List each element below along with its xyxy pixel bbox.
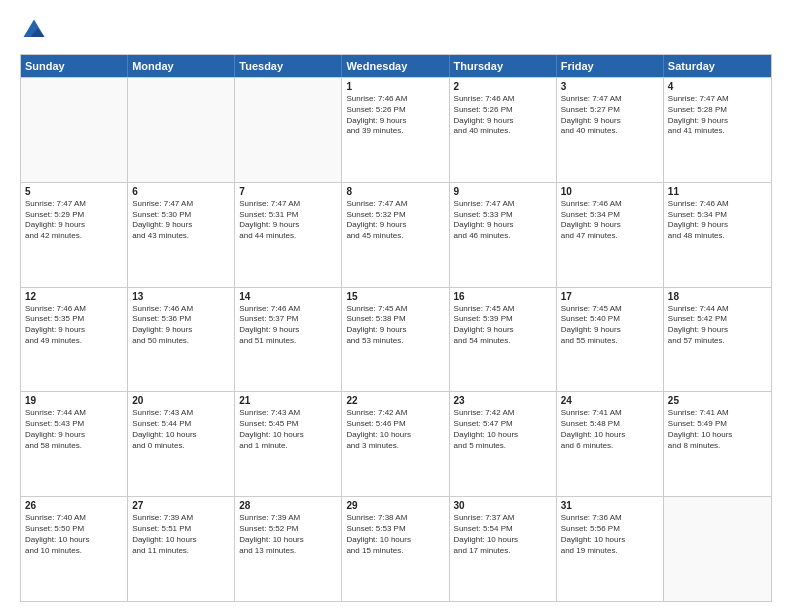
cell-info: Sunrise: 7:46 AM Sunset: 5:26 PM Dayligh…: [454, 94, 552, 137]
calendar-cell: 30Sunrise: 7:37 AM Sunset: 5:54 PM Dayli…: [450, 497, 557, 601]
calendar-cell: 24Sunrise: 7:41 AM Sunset: 5:48 PM Dayli…: [557, 392, 664, 496]
cell-info: Sunrise: 7:38 AM Sunset: 5:53 PM Dayligh…: [346, 513, 444, 556]
cell-day-number: 12: [25, 291, 123, 302]
cell-info: Sunrise: 7:44 AM Sunset: 5:42 PM Dayligh…: [668, 304, 767, 347]
cell-info: Sunrise: 7:45 AM Sunset: 5:39 PM Dayligh…: [454, 304, 552, 347]
logo-icon: [20, 16, 48, 44]
cell-info: Sunrise: 7:41 AM Sunset: 5:49 PM Dayligh…: [668, 408, 767, 451]
cell-info: Sunrise: 7:41 AM Sunset: 5:48 PM Dayligh…: [561, 408, 659, 451]
weekday-header: Monday: [128, 55, 235, 77]
calendar-cell: 29Sunrise: 7:38 AM Sunset: 5:53 PM Dayli…: [342, 497, 449, 601]
calendar-cell: 22Sunrise: 7:42 AM Sunset: 5:46 PM Dayli…: [342, 392, 449, 496]
cell-day-number: 11: [668, 186, 767, 197]
calendar-cell: [128, 78, 235, 182]
cell-day-number: 27: [132, 500, 230, 511]
calendar-row: 26Sunrise: 7:40 AM Sunset: 5:50 PM Dayli…: [21, 496, 771, 601]
calendar-row: 5Sunrise: 7:47 AM Sunset: 5:29 PM Daylig…: [21, 182, 771, 287]
calendar-body: 1Sunrise: 7:46 AM Sunset: 5:26 PM Daylig…: [21, 77, 771, 601]
calendar-cell: 11Sunrise: 7:46 AM Sunset: 5:34 PM Dayli…: [664, 183, 771, 287]
calendar-cell: 13Sunrise: 7:46 AM Sunset: 5:36 PM Dayli…: [128, 288, 235, 392]
cell-day-number: 24: [561, 395, 659, 406]
weekday-header: Friday: [557, 55, 664, 77]
calendar-cell: [21, 78, 128, 182]
cell-info: Sunrise: 7:47 AM Sunset: 5:27 PM Dayligh…: [561, 94, 659, 137]
calendar-cell: 31Sunrise: 7:36 AM Sunset: 5:56 PM Dayli…: [557, 497, 664, 601]
calendar-cell: 18Sunrise: 7:44 AM Sunset: 5:42 PM Dayli…: [664, 288, 771, 392]
calendar-cell: [664, 497, 771, 601]
cell-day-number: 3: [561, 81, 659, 92]
cell-info: Sunrise: 7:46 AM Sunset: 5:34 PM Dayligh…: [668, 199, 767, 242]
calendar-cell: 25Sunrise: 7:41 AM Sunset: 5:49 PM Dayli…: [664, 392, 771, 496]
weekday-header: Sunday: [21, 55, 128, 77]
calendar-cell: 6Sunrise: 7:47 AM Sunset: 5:30 PM Daylig…: [128, 183, 235, 287]
cell-day-number: 15: [346, 291, 444, 302]
cell-info: Sunrise: 7:44 AM Sunset: 5:43 PM Dayligh…: [25, 408, 123, 451]
calendar-cell: 5Sunrise: 7:47 AM Sunset: 5:29 PM Daylig…: [21, 183, 128, 287]
cell-day-number: 30: [454, 500, 552, 511]
cell-info: Sunrise: 7:47 AM Sunset: 5:31 PM Dayligh…: [239, 199, 337, 242]
cell-info: Sunrise: 7:39 AM Sunset: 5:52 PM Dayligh…: [239, 513, 337, 556]
cell-info: Sunrise: 7:40 AM Sunset: 5:50 PM Dayligh…: [25, 513, 123, 556]
calendar-cell: 3Sunrise: 7:47 AM Sunset: 5:27 PM Daylig…: [557, 78, 664, 182]
cell-day-number: 20: [132, 395, 230, 406]
calendar-row: 12Sunrise: 7:46 AM Sunset: 5:35 PM Dayli…: [21, 287, 771, 392]
cell-day-number: 17: [561, 291, 659, 302]
cell-day-number: 5: [25, 186, 123, 197]
calendar-cell: 17Sunrise: 7:45 AM Sunset: 5:40 PM Dayli…: [557, 288, 664, 392]
cell-day-number: 8: [346, 186, 444, 197]
calendar-cell: 10Sunrise: 7:46 AM Sunset: 5:34 PM Dayli…: [557, 183, 664, 287]
cell-info: Sunrise: 7:37 AM Sunset: 5:54 PM Dayligh…: [454, 513, 552, 556]
cell-day-number: 7: [239, 186, 337, 197]
calendar-cell: 1Sunrise: 7:46 AM Sunset: 5:26 PM Daylig…: [342, 78, 449, 182]
cell-info: Sunrise: 7:46 AM Sunset: 5:36 PM Dayligh…: [132, 304, 230, 347]
calendar-cell: 16Sunrise: 7:45 AM Sunset: 5:39 PM Dayli…: [450, 288, 557, 392]
calendar-cell: 9Sunrise: 7:47 AM Sunset: 5:33 PM Daylig…: [450, 183, 557, 287]
calendar-cell: 7Sunrise: 7:47 AM Sunset: 5:31 PM Daylig…: [235, 183, 342, 287]
calendar-cell: 8Sunrise: 7:47 AM Sunset: 5:32 PM Daylig…: [342, 183, 449, 287]
calendar-header: SundayMondayTuesdayWednesdayThursdayFrid…: [21, 55, 771, 77]
cell-day-number: 13: [132, 291, 230, 302]
cell-info: Sunrise: 7:47 AM Sunset: 5:29 PM Dayligh…: [25, 199, 123, 242]
cell-day-number: 18: [668, 291, 767, 302]
calendar-cell: [235, 78, 342, 182]
calendar-cell: 19Sunrise: 7:44 AM Sunset: 5:43 PM Dayli…: [21, 392, 128, 496]
cell-info: Sunrise: 7:43 AM Sunset: 5:44 PM Dayligh…: [132, 408, 230, 451]
cell-info: Sunrise: 7:46 AM Sunset: 5:26 PM Dayligh…: [346, 94, 444, 137]
cell-info: Sunrise: 7:45 AM Sunset: 5:40 PM Dayligh…: [561, 304, 659, 347]
cell-day-number: 28: [239, 500, 337, 511]
cell-day-number: 26: [25, 500, 123, 511]
cell-info: Sunrise: 7:39 AM Sunset: 5:51 PM Dayligh…: [132, 513, 230, 556]
cell-day-number: 10: [561, 186, 659, 197]
cell-day-number: 21: [239, 395, 337, 406]
cell-day-number: 14: [239, 291, 337, 302]
cell-info: Sunrise: 7:46 AM Sunset: 5:37 PM Dayligh…: [239, 304, 337, 347]
weekday-header: Wednesday: [342, 55, 449, 77]
calendar-cell: 20Sunrise: 7:43 AM Sunset: 5:44 PM Dayli…: [128, 392, 235, 496]
calendar-cell: 28Sunrise: 7:39 AM Sunset: 5:52 PM Dayli…: [235, 497, 342, 601]
logo: [20, 16, 52, 44]
cell-info: Sunrise: 7:45 AM Sunset: 5:38 PM Dayligh…: [346, 304, 444, 347]
weekday-header: Saturday: [664, 55, 771, 77]
cell-day-number: 6: [132, 186, 230, 197]
cell-info: Sunrise: 7:47 AM Sunset: 5:32 PM Dayligh…: [346, 199, 444, 242]
header: [20, 16, 772, 44]
cell-day-number: 1: [346, 81, 444, 92]
page: SundayMondayTuesdayWednesdayThursdayFrid…: [0, 0, 792, 612]
cell-info: Sunrise: 7:46 AM Sunset: 5:35 PM Dayligh…: [25, 304, 123, 347]
calendar-row: 1Sunrise: 7:46 AM Sunset: 5:26 PM Daylig…: [21, 77, 771, 182]
calendar-cell: 23Sunrise: 7:42 AM Sunset: 5:47 PM Dayli…: [450, 392, 557, 496]
cell-info: Sunrise: 7:47 AM Sunset: 5:30 PM Dayligh…: [132, 199, 230, 242]
cell-day-number: 19: [25, 395, 123, 406]
cell-day-number: 31: [561, 500, 659, 511]
cell-day-number: 29: [346, 500, 444, 511]
calendar-cell: 4Sunrise: 7:47 AM Sunset: 5:28 PM Daylig…: [664, 78, 771, 182]
calendar-cell: 27Sunrise: 7:39 AM Sunset: 5:51 PM Dayli…: [128, 497, 235, 601]
calendar-cell: 12Sunrise: 7:46 AM Sunset: 5:35 PM Dayli…: [21, 288, 128, 392]
cell-info: Sunrise: 7:47 AM Sunset: 5:28 PM Dayligh…: [668, 94, 767, 137]
cell-info: Sunrise: 7:36 AM Sunset: 5:56 PM Dayligh…: [561, 513, 659, 556]
cell-info: Sunrise: 7:47 AM Sunset: 5:33 PM Dayligh…: [454, 199, 552, 242]
cell-info: Sunrise: 7:42 AM Sunset: 5:46 PM Dayligh…: [346, 408, 444, 451]
calendar-cell: 15Sunrise: 7:45 AM Sunset: 5:38 PM Dayli…: [342, 288, 449, 392]
cell-day-number: 2: [454, 81, 552, 92]
calendar: SundayMondayTuesdayWednesdayThursdayFrid…: [20, 54, 772, 602]
